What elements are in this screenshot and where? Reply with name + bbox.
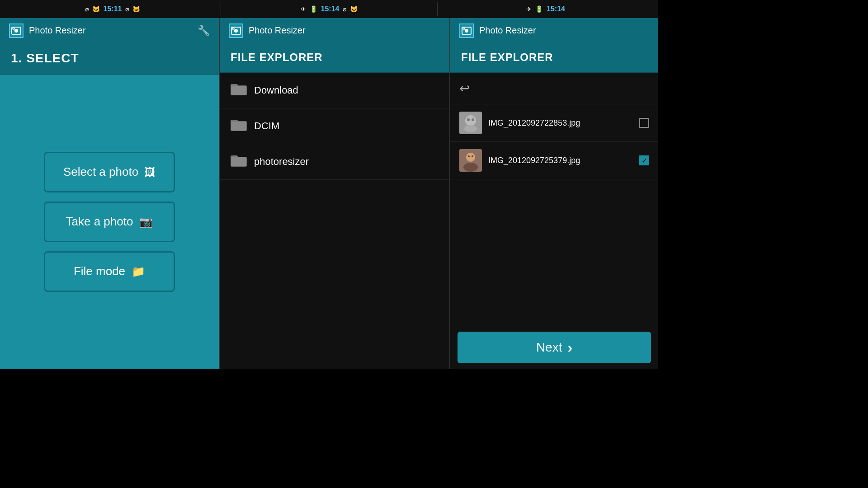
folder-icon-photoresizer <box>231 153 247 170</box>
svg-point-22 <box>472 118 474 121</box>
file-checkbox-1[interactable]: ✓ <box>639 155 649 165</box>
folder-item-download[interactable]: Download <box>220 73 449 108</box>
file-mode-button[interactable]: File mode 📁 <box>44 251 175 292</box>
usb-icon-1b: ⌀ <box>125 5 129 13</box>
svg-point-21 <box>467 118 470 121</box>
right-app-title: Photo Resizer <box>479 25 536 36</box>
cat-icon-1: 🐱 <box>92 5 100 13</box>
main-content: Photo Resizer 🔧 1. SELECT Select a photo… <box>0 18 658 369</box>
take-photo-icon: 📷 <box>139 216 153 228</box>
svg-rect-8 <box>231 86 246 95</box>
svg-rect-11 <box>231 122 246 131</box>
back-button[interactable]: ↩ <box>450 73 658 104</box>
cat-icon-1b: 🐱 <box>132 5 140 13</box>
middle-app-icon <box>229 23 243 38</box>
time-2: 15:14 <box>321 5 340 13</box>
take-photo-button[interactable]: Take a photo 📷 <box>44 202 175 242</box>
file-checkbox-0[interactable] <box>639 118 649 128</box>
svg-point-20 <box>464 125 477 132</box>
svg-point-1 <box>14 29 18 33</box>
folder-name-download: Download <box>254 84 298 96</box>
status-col-3: ✈ 🔋 15:14 <box>438 5 654 13</box>
left-app-title: Photo Resizer <box>29 25 86 36</box>
svg-point-16 <box>465 29 468 33</box>
svg-point-19 <box>465 115 476 126</box>
svg-point-27 <box>472 155 473 157</box>
right-file-list: ↩ IMG_2012092722853.jpg <box>450 73 658 326</box>
right-app-icon <box>459 23 474 38</box>
file-mode-icon: 📁 <box>132 265 145 278</box>
svg-point-4 <box>234 29 238 33</box>
back-arrow-icon: ↩ <box>459 81 470 96</box>
airplane-icon-2: ✈ <box>301 5 306 13</box>
folder-name-photoresizer: photoresizer <box>254 156 309 168</box>
folder-icon-dcim <box>231 117 247 135</box>
file-thumb-1 <box>459 149 482 172</box>
svg-rect-5 <box>232 28 234 29</box>
folder-icon-download <box>231 82 247 99</box>
select-photo-button[interactable]: Select a photo 🖼 <box>44 152 175 192</box>
file-mode-label: File mode <box>74 264 125 278</box>
left-panel-header: Photo Resizer 🔧 <box>0 18 219 43</box>
middle-file-list: Download DCIM <box>220 73 449 369</box>
svg-point-25 <box>463 163 478 172</box>
svg-point-24 <box>466 153 475 162</box>
middle-app-title: Photo Resizer <box>249 25 306 36</box>
file-name-1: IMG_2012092725379.jpg <box>488 156 633 165</box>
next-button[interactable]: Next › <box>458 332 651 363</box>
middle-section-title: FILE EXPLORER <box>220 43 449 73</box>
folder-item-photoresizer[interactable]: photoresizer <box>220 144 449 180</box>
status-col-1: ⌀ 🐱 15:11 ⌀ 🐱 <box>5 5 221 13</box>
select-photo-icon: 🖼 <box>145 166 156 178</box>
right-panel: Photo Resizer FILE EXPLORER ↩ <box>449 18 658 369</box>
left-panel: Photo Resizer 🔧 1. SELECT Select a photo… <box>0 18 219 369</box>
airplane-icon-3: ✈ <box>526 5 532 13</box>
battery-icon-2: 🔋 <box>310 5 317 13</box>
usb-icon-2: ⌀ <box>343 5 346 13</box>
usb-icon-1: ⌀ <box>85 5 89 13</box>
svg-rect-17 <box>463 28 465 29</box>
middle-panel: Photo Resizer FILE EXPLORER Download <box>219 18 449 369</box>
select-photo-label: Select a photo <box>63 165 138 179</box>
folder-item-dcim[interactable]: DCIM <box>220 108 449 144</box>
file-item-1[interactable]: IMG_2012092725379.jpg ✓ <box>450 142 658 179</box>
left-section-title: 1. SELECT <box>0 43 219 75</box>
middle-panel-header: Photo Resizer <box>220 18 449 43</box>
take-photo-label: Take a photo <box>66 215 133 229</box>
svg-point-26 <box>468 155 470 157</box>
file-item-0[interactable]: IMG_2012092722853.jpg <box>450 104 658 142</box>
svg-rect-14 <box>231 157 246 166</box>
file-name-0: IMG_2012092722853.jpg <box>488 118 633 128</box>
right-section-title: FILE EXPLORER <box>450 43 658 73</box>
next-label: Next <box>536 340 562 355</box>
time-3: 15:14 <box>547 5 565 13</box>
chevron-right-icon: › <box>567 339 572 356</box>
svg-rect-2 <box>13 28 14 29</box>
battery-icon-3: 🔋 <box>535 5 543 13</box>
status-bar: ⌀ 🐱 15:11 ⌀ 🐱 ✈ 🔋 15:14 ⌀ 🐱 ✈ 🔋 15:14 <box>0 0 658 18</box>
left-buttons-area: Select a photo 🖼 Take a photo 📷 File mod… <box>0 75 219 369</box>
cat-icon-2: 🐱 <box>350 5 358 13</box>
status-col-2: ✈ 🔋 15:14 ⌀ 🐱 <box>221 5 437 13</box>
right-panel-header: Photo Resizer <box>450 18 658 43</box>
file-thumb-0 <box>459 112 482 134</box>
folder-name-dcim: DCIM <box>254 120 279 132</box>
wrench-icon[interactable]: 🔧 <box>198 25 210 37</box>
left-app-icon <box>9 23 24 38</box>
time-1: 15:11 <box>104 5 122 13</box>
next-button-area: Next › <box>450 326 658 369</box>
